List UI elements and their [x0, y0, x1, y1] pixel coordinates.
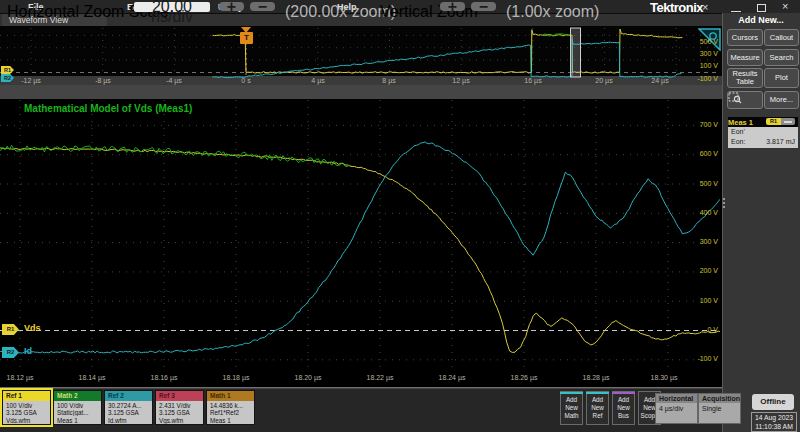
- acquisition-panel[interactable]: Acquisition Single: [698, 393, 741, 424]
- main-y-tick-8: -100 V: [697, 355, 718, 362]
- v-zoom-minus-button[interactable]: −: [471, 2, 496, 11]
- badge-color-stripe: [612, 392, 635, 394]
- mask-magnifier-icon: [728, 92, 742, 104]
- badge-row: Meas 1: [54, 416, 101, 424]
- main-y-tick-4: 300 V: [700, 238, 718, 245]
- main-x-tick-9: 18.30 µs: [651, 374, 678, 381]
- meas1-results-panel[interactable]: Eon' Eon: 3.817 mJ: [728, 127, 798, 148]
- zoom-toolbar: [0, 85, 722, 99]
- waveform-trace: [213, 29, 683, 73]
- badge-row: 3.125 GSA: [3, 409, 50, 417]
- main-y-tick-5: 200 V: [700, 267, 718, 274]
- add-new-math-button[interactable]: AddNewMath: [560, 391, 583, 425]
- main-y-tick-3: 400 V: [700, 209, 718, 216]
- main-y-tick-1: 600 V: [700, 150, 718, 157]
- badge-row: 3.125 GSA: [105, 409, 152, 417]
- tekscope-window: FileEditUtilityHelp Tektronix × Waveform…: [0, 0, 800, 432]
- badge-row: Meas 1: [207, 416, 254, 424]
- badge-header: Ref 2: [105, 391, 152, 401]
- badge-row: Static|gat...: [54, 409, 101, 417]
- main-waveform-chart[interactable]: [0, 99, 722, 385]
- waveform-trace: [0, 145, 349, 166]
- more-button[interactable]: More...: [764, 91, 799, 109]
- overview-x-tick-3: 0 s: [241, 77, 250, 84]
- horizontal-panel[interactable]: Horizontal 4 µs/div: [655, 393, 698, 424]
- overview-x-tick-6: 12 µs: [452, 77, 469, 84]
- badge-header: Math 2: [54, 391, 101, 401]
- add-new-bus-button[interactable]: AddNewBus: [612, 391, 635, 425]
- offline-button[interactable]: Offline: [752, 394, 794, 410]
- plot-button[interactable]: Plot: [764, 68, 799, 88]
- sidebar-drag-handle[interactable]: [722, 196, 726, 214]
- overview-x-tick-2: -4 µs: [166, 77, 182, 84]
- main-y-tick-0: 700 V: [700, 121, 718, 128]
- maximize-button[interactable]: [757, 4, 766, 12]
- channel-badge-row: Ref 1100 V/div3.125 GSAVds.wfmMath 2100 …: [2, 390, 255, 425]
- trigger-flag-icon[interactable]: T: [240, 32, 253, 44]
- main-y-tick-6: 100 V: [700, 297, 718, 304]
- badge-row: Ref1*Ref2: [207, 409, 254, 417]
- main-x-tick-8: 18.28 µs: [583, 374, 610, 381]
- badge-header: Ref 3: [156, 391, 203, 401]
- cursors-button[interactable]: Cursors: [727, 29, 763, 46]
- badge-color-stripe: [586, 392, 609, 394]
- badge-row: 2.431 V/div: [156, 401, 203, 409]
- add-new-ref-button[interactable]: AddNewRef: [586, 391, 609, 425]
- horizontal-panel-title: Horizontal: [656, 394, 697, 403]
- meas1-source-pill[interactable]: R1: [766, 118, 781, 125]
- zoom-window-selector[interactable]: [571, 28, 581, 77]
- tektronix-logo: Tektronix: [650, 0, 703, 15]
- meas1-eon-value: 3.817 mJ: [766, 138, 795, 145]
- overview-y-tick-2: 100 V: [700, 62, 718, 69]
- overview-x-tick-7: 16 µs: [524, 77, 541, 84]
- acquisition-panel-title: Acquisition: [699, 394, 740, 403]
- channel-badge-ref1[interactable]: Ref 1100 V/div3.125 GSAVds.wfm: [2, 390, 51, 425]
- badge-row: Vds.wfm: [3, 416, 50, 424]
- mask-tool-button[interactable]: [727, 91, 763, 109]
- main-y-tick-2: 500 V: [700, 180, 718, 187]
- overview-x-tick-4: 4 µs: [311, 77, 324, 84]
- badge-row: 100 V/div: [3, 401, 50, 409]
- badge-color-stripe: [560, 392, 583, 394]
- plot-title: Mathematical Model of Vds (Meas1): [24, 103, 192, 114]
- close-button[interactable]: ×: [782, 0, 788, 12]
- overview-y-tick-0: 500 V: [700, 38, 718, 45]
- horizontal-zoom-scale-input[interactable]: 20.00 ns/div: [134, 2, 210, 12]
- channel-badge-ref2[interactable]: Ref 230.2724 A...3.125 GSAId.wfm: [104, 390, 153, 425]
- h-zoom-minus-button[interactable]: −: [250, 2, 275, 11]
- close-zoom-icon[interactable]: ×: [702, 1, 708, 13]
- vds-trace-label: Vds: [24, 323, 41, 333]
- measure-button[interactable]: Measure: [727, 49, 763, 66]
- badge-row: 100 V/div: [54, 401, 101, 409]
- channel-badge-math1[interactable]: Math 114.4836 k...Ref1*Ref2Meas 1: [206, 390, 255, 425]
- overview-y-tick-1: 300 V: [700, 50, 718, 57]
- main-x-tick-0: 18.12 µs: [7, 374, 34, 381]
- badge-row: 30.2724 A...: [105, 401, 152, 409]
- main-x-tick-5: 18.22 µs: [367, 374, 394, 381]
- overview-x-tick-1: -8 µs: [95, 77, 111, 84]
- results-table-button[interactable]: Results Table: [727, 68, 763, 88]
- meas1-pill-handle[interactable]: [781, 118, 795, 125]
- h-zoom-plus-button[interactable]: +: [219, 2, 244, 11]
- main-x-tick-4: 18.20 µs: [295, 374, 322, 381]
- main-x-tick-2: 18.16 µs: [151, 374, 178, 381]
- callout-button[interactable]: Callout: [764, 29, 799, 46]
- overview-x-tick-9: 24 µs: [651, 77, 668, 84]
- overview-y-tick-3: -100 V: [697, 75, 718, 82]
- overview-x-tick-8: 20 µs: [595, 77, 612, 84]
- badge-row: 14.4836 k...: [207, 401, 254, 409]
- main-x-tick-7: 18.26 µs: [511, 374, 538, 381]
- badge-row: Vgs.wfm: [156, 416, 203, 424]
- search-button[interactable]: Search: [764, 49, 799, 66]
- minimize-button[interactable]: [731, 3, 741, 12]
- channel-badge-math2[interactable]: Math 2100 V/divStatic|gat...Meas 1: [53, 390, 102, 425]
- main-x-tick-6: 18.24 µs: [439, 374, 466, 381]
- channel-badge-ref3[interactable]: Ref 32.431 V/div3.125 GSAVgs.wfm: [155, 390, 204, 425]
- time-text: 11:10:38 AM: [752, 423, 796, 432]
- v-zoom-factor-label: (1.00x zoom): [506, 3, 599, 21]
- v-zoom-plus-button[interactable]: +: [440, 2, 465, 11]
- meas1-eon-label: Eon:: [731, 138, 745, 145]
- date-text: 14 Aug 2023: [752, 414, 796, 423]
- meas1-row-name: Eon': [728, 127, 798, 137]
- waveform-trace: [0, 142, 720, 353]
